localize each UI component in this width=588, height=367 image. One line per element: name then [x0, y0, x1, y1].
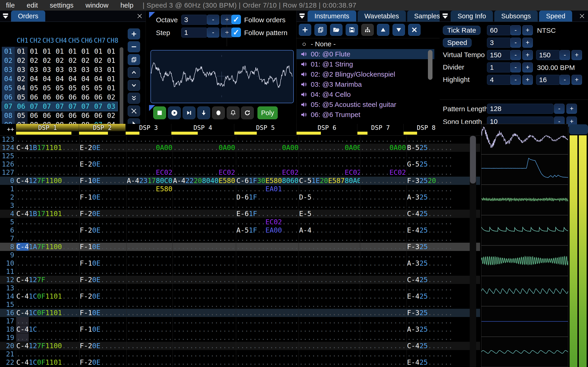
- pattern-row[interactable]: 17......................................…: [0, 317, 480, 325]
- pattern-cell[interactable]: C-4127F........: [16, 276, 79, 284]
- pattern-cell[interactable]: ...........: [360, 152, 406, 160]
- channel-scope[interactable]: [481, 245, 568, 276]
- order-move-down-button[interactable]: [128, 80, 140, 91]
- pattern-row[interactable]: 7.......................................…: [0, 234, 480, 243]
- pattern-row[interactable]: 18C-41C..........F-10E..................…: [0, 325, 480, 334]
- pattern-cell[interactable]: ...............: [299, 201, 360, 210]
- pattern-cell[interactable]: ...............: [236, 350, 299, 358]
- pattern-cell[interactable]: ...............: [299, 259, 360, 267]
- pattern-row[interactable]: 123.....................................…: [0, 135, 480, 144]
- pattern-cell[interactable]: D-5............: [299, 193, 360, 201]
- pattern-row[interactable]: 14C-41C0F1101....F-20E..................…: [0, 292, 480, 300]
- pattern-cell[interactable]: ...........: [79, 317, 126, 325]
- pattern-cell[interactable]: ...............: [236, 284, 299, 292]
- pattern-cell[interactable]: ...........: [406, 251, 452, 259]
- order-row[interactable]: 050405050505050501: [2, 83, 118, 93]
- pattern-cell[interactable]: ...........0A00: [236, 144, 299, 152]
- tab-subsongs[interactable]: Subsongs: [494, 10, 538, 22]
- pattern-cell[interactable]: ...........: [126, 350, 173, 358]
- order-cell[interactable]: 06: [27, 111, 40, 120]
- pattern-row[interactable]: 127.................................EC02…: [0, 168, 480, 177]
- channel-scope[interactable]: [481, 306, 568, 337]
- order-remove-button[interactable]: [128, 41, 140, 52]
- pattern-cell[interactable]: ...........: [79, 251, 126, 259]
- pattern-row[interactable]: 3.......................................…: [0, 201, 480, 210]
- virtual-tempo-denominator[interactable]: 150: [536, 50, 561, 60]
- pattern-cell[interactable]: ...............: [173, 210, 236, 218]
- pattern-cell[interactable]: ...............: [173, 342, 236, 350]
- pattern-cell[interactable]: ...........: [126, 210, 173, 218]
- pattern-cell[interactable]: ...........: [126, 342, 173, 350]
- order-row-number[interactable]: 03: [2, 65, 15, 74]
- channel-scope[interactable]: [481, 276, 568, 307]
- pattern-cell[interactable]: C-41A7F1100....: [16, 243, 79, 251]
- tab-instruments[interactable]: Instruments: [308, 10, 356, 22]
- order-cell[interactable]: 01: [92, 47, 105, 56]
- pattern-cell[interactable]: ...............: [173, 317, 236, 325]
- follow-orders-checkbox[interactable]: ✓: [231, 15, 241, 24]
- pattern-cell[interactable]: ...............: [236, 243, 299, 251]
- pattern-cell[interactable]: ...............: [236, 300, 299, 309]
- pattern-cell[interactable]: ...........: [126, 226, 173, 234]
- pattern-cell[interactable]: ...............: [16, 218, 79, 226]
- pattern-row[interactable]: 126...............E-20E.................…: [0, 160, 480, 168]
- pattern-cell[interactable]: F-10E......: [79, 309, 126, 317]
- pattern-cell[interactable]: ...........: [126, 234, 173, 243]
- pattern-cell[interactable]: ...............: [173, 350, 236, 358]
- order-cell[interactable]: 02: [53, 56, 66, 65]
- pattern-cell[interactable]: ...........: [126, 300, 173, 309]
- pattern-cell[interactable]: C-41C0F1101....: [16, 358, 79, 367]
- order-add-button[interactable]: [128, 28, 140, 40]
- menu-edit[interactable]: edit: [21, 1, 44, 9]
- pattern-cell[interactable]: .......EC02: [360, 168, 406, 177]
- channel-header[interactable]: DSP 2: [79, 124, 126, 131]
- pattern-cell[interactable]: F-20E......: [79, 276, 126, 284]
- pattern-row[interactable]: 125.....................................…: [0, 152, 480, 160]
- order-cell[interactable]: 06: [15, 102, 27, 111]
- pattern-cell[interactable]: ...........: [79, 350, 126, 358]
- pattern-cell[interactable]: ...........: [406, 185, 452, 193]
- pattern-cell[interactable]: ...............: [173, 300, 236, 309]
- order-cell[interactable]: 01: [27, 47, 40, 56]
- pattern-cell[interactable]: E-425......: [406, 358, 452, 367]
- pattern-cell[interactable]: A-325......: [406, 193, 452, 201]
- order-cell[interactable]: 03: [40, 65, 53, 74]
- order-cell[interactable]: 06: [40, 111, 53, 120]
- order-row[interactable]: 060506060606060602: [2, 93, 118, 102]
- channel-scope[interactable]: [481, 215, 568, 246]
- pattern-cell[interactable]: A-4............: [299, 226, 360, 234]
- pattern-cell[interactable]: ...............: [299, 135, 360, 144]
- highlight-first-plus-button[interactable]: +: [522, 75, 533, 85]
- order-cell[interactable]: 04: [92, 74, 105, 83]
- instrument-item[interactable]: 01: @1 String: [296, 59, 434, 69]
- highlight-first-value[interactable]: 4: [487, 75, 511, 85]
- order-row-number[interactable]: 01: [2, 47, 15, 56]
- instrument-add-button[interactable]: [299, 24, 311, 36]
- pattern-cell[interactable]: ...............: [16, 168, 79, 177]
- pattern-cell[interactable]: ...........: [406, 267, 452, 276]
- pattern-row[interactable]: 11......................................…: [0, 267, 480, 276]
- pattern-cell[interactable]: ...........: [360, 342, 406, 350]
- speed-minus-button[interactable]: -: [510, 38, 521, 48]
- pattern-cell[interactable]: ...............: [173, 185, 236, 193]
- order-cell[interactable]: 06: [79, 93, 92, 102]
- pattern-cell[interactable]: G-525......: [406, 160, 452, 168]
- pattern-length-plus-button[interactable]: +: [566, 104, 577, 114]
- pattern-cell[interactable]: ...........: [126, 284, 173, 292]
- pattern-cell[interactable]: E-425......: [406, 226, 452, 234]
- pattern-cell[interactable]: ...............: [299, 267, 360, 276]
- instrument-open-button[interactable]: [330, 24, 342, 36]
- tick-rate-minus-button[interactable]: -: [510, 25, 521, 35]
- pattern-cell[interactable]: ...........: [360, 243, 406, 251]
- pattern-cell[interactable]: C-41C0F1101....: [16, 309, 79, 317]
- pattern-cell[interactable]: C-41C..........: [16, 325, 79, 334]
- pattern-cell[interactable]: ...........: [406, 168, 452, 177]
- instrument-item[interactable]: 00: @0 Flute: [296, 49, 434, 59]
- pattern-cell[interactable]: ...........: [126, 152, 173, 160]
- pattern-cell[interactable]: ...............: [173, 193, 236, 201]
- order-cell[interactable]: 07: [92, 102, 105, 111]
- pattern-row[interactable]: 13......................................…: [0, 284, 480, 292]
- pattern-cell[interactable]: ...............: [173, 160, 236, 168]
- instrument-item[interactable]: 02: @2 Blingy/Glockenspiel: [296, 69, 434, 79]
- pattern-cell[interactable]: ...............: [299, 317, 360, 325]
